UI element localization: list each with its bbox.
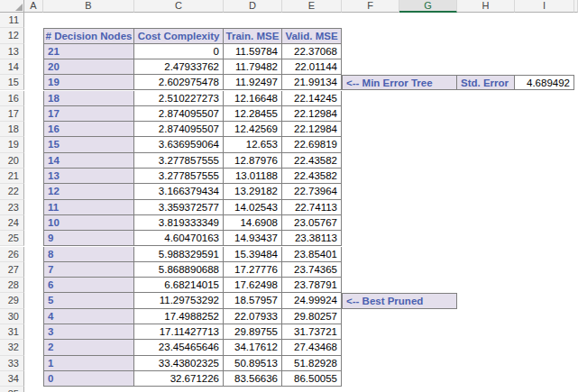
table-cell[interactable]: 12.28455 [224,106,282,122]
table-cell[interactable]: 19 [43,75,134,90]
table-cell[interactable]: 12.42569 [224,122,282,137]
table-cell[interactable]: 86.50055 [282,371,342,387]
table-cell[interactable]: 12.16648 [224,91,282,106]
table-cell[interactable]: 3.277857555 [134,169,224,184]
column-header-c[interactable]: C [134,0,224,13]
row-header-30[interactable]: 30 [0,309,24,324]
table-cell[interactable]: 27.43468 [282,340,342,355]
row-header-22[interactable]: 22 [0,184,24,199]
table-cell[interactable]: 9 [43,231,134,246]
row-header-27[interactable]: 27 [0,262,24,278]
table-cell[interactable]: 1 [43,356,134,371]
column-header-f[interactable]: F [342,0,399,13]
table-cell[interactable]: 23.05767 [282,215,342,231]
row-header-24[interactable]: 24 [0,215,24,231]
table-cell[interactable]: 31.73721 [282,324,342,340]
table-cell[interactable]: 22.12984 [282,122,342,137]
table-cell[interactable]: 14.02543 [224,200,282,215]
column-header-d[interactable]: D [224,0,282,13]
table-cell[interactable]: 3.166379434 [134,184,224,199]
table-header-cell[interactable]: Cost Complexity [134,28,224,43]
column-header-partial[interactable] [574,0,578,13]
table-cell[interactable]: 11.92497 [224,75,282,90]
table-cell[interactable]: 24.99924 [282,293,342,308]
table-cell[interactable]: 22.12984 [282,106,342,122]
table-cell[interactable]: 3.819333349 [134,215,224,231]
table-cell[interactable]: 17.4988252 [134,309,224,324]
table-cell[interactable]: 23.74365 [282,262,342,278]
row-header-18[interactable]: 18 [0,122,24,137]
row-header-31[interactable]: 31 [0,324,24,340]
table-cell[interactable]: 12 [43,184,134,199]
table-cell[interactable]: 22.69819 [282,137,342,152]
table-cell[interactable]: 23.85401 [282,247,342,262]
table-cell[interactable]: 22.74113 [282,200,342,215]
column-header-e[interactable]: E [282,0,342,13]
table-cell[interactable]: 5 [43,293,134,308]
table-cell[interactable]: 15 [43,137,134,152]
row-header-32[interactable]: 32 [0,340,24,355]
table-cell[interactable]: 12.87976 [224,153,282,169]
table-cell[interactable]: 15.39484 [224,247,282,262]
row-header-26[interactable]: 26 [0,247,24,262]
row-header-23[interactable]: 23 [0,200,24,215]
column-header-i[interactable]: I [515,0,574,13]
table-cell[interactable]: 22.14245 [282,91,342,106]
table-cell[interactable]: 17.27776 [224,262,282,278]
table-cell[interactable]: 22.73964 [282,184,342,199]
min-error-tree-label[interactable]: <-- Min Error Tree [342,75,457,90]
table-cell[interactable]: 22.07933 [224,309,282,324]
row-header-14[interactable]: 14 [0,59,24,75]
table-cell[interactable]: 6 [43,278,134,293]
table-cell[interactable]: 0 [43,371,134,387]
table-cell[interactable]: 20 [43,59,134,75]
table-cell[interactable]: 7 [43,262,134,278]
table-cell[interactable]: 2.47933762 [134,59,224,75]
table-cell[interactable]: 4.60470163 [134,231,224,246]
table-cell[interactable]: 21.99134 [282,75,342,90]
select-all-corner[interactable] [0,0,24,13]
table-cell[interactable]: 51.82928 [282,356,342,371]
best-pruned-label[interactable]: <-- Best Pruned [342,293,457,308]
row-header-11[interactable]: 11 [0,13,24,28]
table-cell[interactable]: 23.38113 [282,231,342,246]
table-cell[interactable]: 23.78791 [282,278,342,293]
table-cell[interactable]: 83.56636 [224,371,282,387]
table-cell[interactable]: 11 [43,200,134,215]
std-error-value[interactable]: 4.689492 [515,75,574,90]
table-cell[interactable]: 3.636959064 [134,137,224,152]
table-cell[interactable]: 14.6908 [224,215,282,231]
table-cell[interactable]: 29.80257 [282,309,342,324]
table-cell[interactable]: 32.671226 [134,371,224,387]
table-cell[interactable]: 23.45465646 [134,340,224,355]
table-cell[interactable]: 4 [43,309,134,324]
table-cell[interactable]: 17.11427713 [134,324,224,340]
table-cell[interactable]: 22.43582 [282,169,342,184]
column-header-g[interactable]: G [399,0,457,13]
table-cell[interactable]: 29.89755 [224,324,282,340]
row-header-25[interactable]: 25 [0,231,24,246]
table-cell[interactable]: 13.01188 [224,169,282,184]
table-cell[interactable]: 18 [43,91,134,106]
row-header-15[interactable]: 15 [0,75,24,90]
table-cell[interactable]: 14.93437 [224,231,282,246]
table-cell[interactable]: 17.62498 [224,278,282,293]
table-cell[interactable]: 6.68214015 [134,278,224,293]
row-header-21[interactable]: 21 [0,169,24,184]
table-cell[interactable]: 10 [43,215,134,231]
table-cell[interactable]: 12.653 [224,137,282,152]
column-header-b[interactable]: B [43,0,134,13]
table-cell[interactable]: 3.359372577 [134,200,224,215]
table-cell[interactable]: 13.29182 [224,184,282,199]
table-cell[interactable]: 16 [43,122,134,137]
row-header-16[interactable]: 16 [0,91,24,106]
row-header-29[interactable]: 29 [0,293,24,308]
table-cell[interactable]: 34.17612 [224,340,282,355]
table-cell[interactable]: 3.277857555 [134,153,224,169]
row-header-35[interactable]: 35 [0,387,24,392]
row-header-33[interactable]: 33 [0,356,24,371]
table-header-cell[interactable]: Valid. MSE [282,28,342,43]
row-header-20[interactable]: 20 [0,153,24,169]
table-header-cell[interactable]: # Decision Nodes [43,28,134,43]
table-cell[interactable]: 17 [43,106,134,122]
